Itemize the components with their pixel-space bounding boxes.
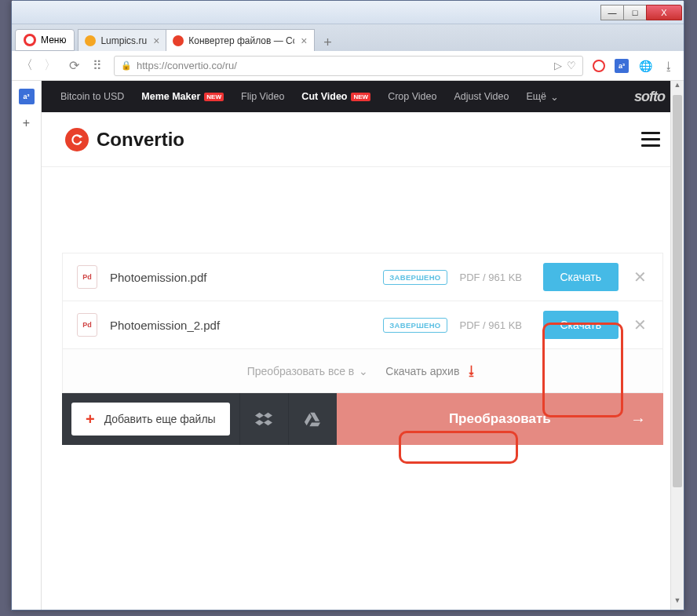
toplink-crop[interactable]: Crop Video (388, 91, 436, 102)
status-badge: ЗАВЕРШЕНО (383, 270, 447, 285)
file-name: Photoemission.pdf (110, 271, 314, 284)
scrollbar-thumb[interactable] (673, 95, 682, 487)
tab-close-icon[interactable]: × (153, 35, 159, 47)
gdrive-button[interactable] (288, 393, 337, 445)
scroll-up-button[interactable]: ▲ (671, 81, 684, 94)
download-button[interactable]: Скачать (543, 311, 619, 339)
top-links-bar: Bitcoin to USD Meme Maker NEW Flip Video… (42, 81, 684, 112)
globe-icon[interactable]: 🌐 (638, 59, 652, 73)
reload-button[interactable]: ⟳ (67, 58, 81, 73)
convertio-logo-icon (65, 128, 89, 151)
download-icon: ⭳ (465, 364, 478, 378)
file-row: Pd Photoemission_2.pdf ЗАВЕРШЕНО PDF / 9… (62, 301, 663, 349)
gdrive-icon (304, 410, 321, 428)
send-icon[interactable]: ▷ (554, 60, 562, 71)
convertio-logo[interactable]: Convertio (65, 128, 184, 151)
opera-icon (24, 34, 36, 46)
scroll-down-button[interactable]: ▼ (671, 596, 684, 610)
dropbox-icon (255, 410, 272, 428)
maximize-button[interactable]: □ (623, 5, 647, 20)
new-badge: NEW (351, 93, 370, 101)
add-more-label: Добавить еще файлы (104, 413, 216, 425)
address-bar: 〈 〉 ⟳ ⠿ 🔒 https://convertio.co/ru/ ▷ ♡ a… (12, 51, 684, 81)
bookmark-icon[interactable]: ♡ (567, 60, 576, 71)
back-button[interactable]: 〈 (20, 57, 34, 74)
lock-icon: 🔒 (121, 60, 132, 71)
titlebar: — □ X (12, 1, 684, 24)
convert-all-label: Преобразовать все в (247, 365, 355, 377)
new-tab-button[interactable]: + (319, 34, 338, 51)
chevron-down-icon: ⌄ (550, 91, 559, 103)
forward-button[interactable]: 〉 (43, 57, 57, 74)
opera-extension-icon[interactable] (593, 60, 605, 72)
tab-convertio[interactable]: Конвертер файлов — Co × (166, 29, 314, 51)
convert-all-dropdown[interactable]: Преобразовать все в ⌄ (247, 365, 369, 377)
sidebar-translate-icon[interactable]: a³ (19, 89, 35, 104)
tab-title: Lumpics.ru (100, 35, 147, 46)
opera-menu-button[interactable]: Меню (15, 29, 75, 51)
file-info: PDF / 961 KB (460, 319, 531, 331)
tab-lumpics[interactable]: Lumpics.ru × (78, 29, 166, 51)
add-more-files-button[interactable]: + Добавить еще файлы (71, 403, 230, 436)
toplink-adjust[interactable]: Adjust Video (454, 91, 509, 102)
toplink-cut[interactable]: Cut Video NEW (301, 91, 370, 102)
toplink-bitcoin[interactable]: Bitcoin to USD (60, 91, 124, 102)
tab-strip: Меню Lumpics.ru × Конвертер файлов — Co … (12, 24, 684, 51)
download-archive-label: Скачать архив (385, 365, 459, 377)
site-header: Convertio (42, 112, 684, 167)
softo-brand: softo (634, 89, 665, 105)
cloud-buttons (239, 393, 337, 445)
content-area: a³ + Bitcoin to USD Meme Maker NEW Flip … (12, 81, 684, 610)
browser-sidebar: a³ + (12, 81, 42, 610)
dropbox-button[interactable] (239, 393, 288, 445)
sidebar-add-icon[interactable]: + (19, 115, 35, 131)
toplink-flip[interactable]: Flip Video (241, 91, 284, 102)
file-info: PDF / 961 KB (460, 272, 531, 283)
browser-window: — □ X Меню Lumpics.ru × Конвертер файлов… (11, 0, 684, 611)
toolbar-right: a³ 🌐 ⭳ (593, 59, 676, 73)
window-close-button[interactable]: X (646, 5, 682, 20)
translate-icon[interactable]: a³ (615, 59, 629, 73)
plus-icon: + (86, 410, 95, 428)
favicon-lumpics (85, 35, 96, 46)
toplink-more[interactable]: Ещё ⌄ (526, 91, 559, 103)
toplink-meme[interactable]: Meme Maker NEW (141, 91, 224, 102)
vertical-scrollbar[interactable]: ▲ ▼ (670, 81, 684, 610)
action-bar: + Добавить еще файлы Преобразовать → (62, 393, 663, 445)
toplink-label: Ещё (526, 91, 546, 102)
page-viewport: Bitcoin to USD Meme Maker NEW Flip Video… (42, 81, 684, 610)
tab-close-icon[interactable]: × (301, 35, 307, 47)
toplink-label: Cut Video (301, 91, 347, 102)
download-button[interactable]: Скачать (543, 263, 619, 291)
menu-button[interactable] (641, 132, 660, 147)
convertio-logo-text: Convertio (97, 129, 184, 151)
toplink-label: Meme Maker (141, 91, 200, 102)
convert-label: Преобразовать (449, 411, 551, 427)
tab-title: Конвертер файлов — Co (188, 35, 294, 46)
url-input[interactable]: 🔒 https://convertio.co/ru/ ▷ ♡ (114, 56, 583, 76)
file-row: Pd Photoemission.pdf ЗАВЕРШЕНО PDF / 961… (62, 253, 663, 301)
opera-menu-label: Меню (41, 35, 66, 46)
favicon-convertio (173, 35, 184, 46)
new-badge: NEW (204, 93, 224, 101)
bulk-actions-row: Преобразовать все в ⌄ Скачать архив ⭳ (62, 349, 663, 393)
download-archive-button[interactable]: Скачать архив ⭳ (385, 364, 478, 378)
downloads-icon[interactable]: ⭳ (662, 59, 676, 73)
minimize-button[interactable]: — (600, 5, 624, 20)
status-badge: ЗАВЕРШЕНО (383, 318, 447, 333)
file-type-icon: Pd (77, 265, 97, 289)
remove-file-button[interactable]: ✕ (631, 268, 648, 286)
chevron-down-icon: ⌄ (359, 365, 368, 377)
file-name: Photoemission_2.pdf (110, 319, 314, 332)
url-text: https://convertio.co/ru/ (137, 60, 549, 71)
arrow-right-icon: → (630, 410, 646, 428)
speed-dial-button[interactable]: ⠿ (90, 58, 104, 73)
remove-file-button[interactable]: ✕ (631, 315, 648, 334)
convert-button[interactable]: Преобразовать → (337, 393, 663, 445)
main-area: Pd Photoemission.pdf ЗАВЕРШЕНО PDF / 961… (42, 167, 684, 445)
file-type-icon: Pd (77, 313, 97, 337)
